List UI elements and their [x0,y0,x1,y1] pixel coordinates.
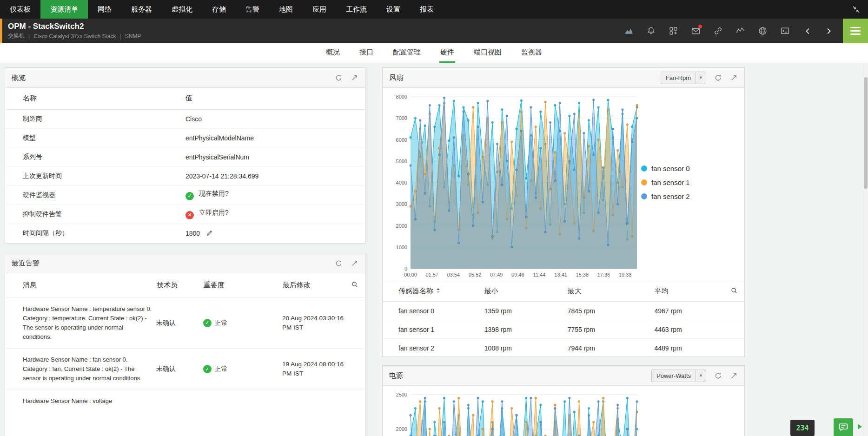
search-icon[interactable] [730,287,738,294]
nav-item-reports[interactable]: 报表 [410,0,444,19]
svg-text:4000: 4000 [396,180,407,185]
chat-button[interactable] [834,418,853,436]
device-protocol: SNMP [125,33,141,40]
chart-legend: fan sensor 0 fan sensor 1 fan sensor 2 [641,165,690,200]
exit-fullscreen-icon[interactable] [852,0,861,19]
device-subtitle: 交换机 | Cisco Catalyst 37xx Switch Stack |… [8,32,141,40]
nav-item-network[interactable]: 网络 [88,0,121,19]
enable-now-link[interactable]: 立即启用? [199,209,229,216]
link-icon[interactable] [713,26,723,36]
chevron-left-icon[interactable] [804,27,812,35]
tab-config-management[interactable]: 配置管理 [392,43,422,63]
fan-metric-select[interactable]: Fan-Rpm ▼ [661,72,706,84]
svg-text:19:33: 19:33 [619,272,632,277]
prop-value: ✓ 现在禁用? [185,185,365,205]
svg-text:17:36: 17:36 [597,272,610,277]
alarm-severity: ✓正常 [203,319,278,327]
terminal-icon[interactable] [780,26,790,36]
scrollbar-thumb[interactable] [864,77,868,189]
expand-icon[interactable] [351,74,358,82]
nav-item-workflow[interactable]: 工作流 [336,0,377,19]
legend-item[interactable]: fan sensor 2 [641,192,690,200]
chevron-right-icon[interactable] [824,27,833,35]
alarm-row: Hardware Sensor Name : temperature senso… [5,297,365,349]
sensor-name: fan sensor 1 [383,320,484,339]
disable-now-link[interactable]: 现在禁用? [199,190,229,197]
tab-port-view[interactable]: 端口视图 [473,43,503,63]
hamburger-menu-button[interactable] [843,19,868,43]
card-title: 概览 [12,73,26,82]
svg-text:2000: 2000 [396,223,407,229]
tab-overview[interactable]: 概况 [325,43,341,63]
expand-icon[interactable] [730,74,738,82]
power-metric-select[interactable]: Power-Watts ▼ [651,370,706,382]
nav-item-dashboard[interactable]: 仪表板 [0,0,40,19]
legend-item[interactable]: fan sensor 0 [641,165,690,172]
sensor-avg: 4967 rpm [654,302,729,320]
alarm-counter-widget[interactable]: 234 [790,420,815,436]
prop-name: 时间间隔（秒） [5,224,185,243]
tab-hardware[interactable]: 硬件 [439,43,455,63]
expand-icon[interactable] [351,259,358,267]
card-title: 风扇 [389,73,403,82]
sensor-avg: 4489 rpm [654,339,729,357]
prop-name: 模型 [5,128,185,147]
mail-icon[interactable] [691,26,701,36]
refresh-icon[interactable] [335,74,343,82]
table-row: fan sensor 2 1008 rpm 7944 rpm 4489 rpm [383,339,744,357]
alarm-bell-icon[interactable] [646,26,656,36]
sparkline-icon[interactable] [735,26,745,36]
prop-name: 系列号 [5,147,185,166]
legend-dot [641,193,647,199]
prop-value: ✕ 立即启用? [185,205,365,224]
tab-interfaces[interactable]: 接口 [358,43,374,63]
tab-monitors[interactable]: 监视器 [520,43,543,63]
svg-text:1000: 1000 [396,244,407,250]
nav-item-inventory[interactable]: 资源清单 [40,0,88,19]
device-type: 交换机 [8,32,25,40]
edit-icon[interactable] [206,230,213,237]
col-header-value: 值 [185,88,365,109]
nav-item-apps[interactable]: 应用 [303,0,336,19]
overview-table: 名称 值 制造商 Cisco 模型 entPhysicalModelName 系… [5,88,365,243]
prop-value: 1800 [185,224,365,243]
sort-icon[interactable] [436,287,440,293]
refresh-icon[interactable] [335,259,343,267]
device-model: Cisco Catalyst 37xx Switch Stack [33,33,116,40]
expand-icon[interactable] [730,372,738,380]
nav-item-maps[interactable]: 地图 [269,0,303,19]
accent-bar [0,19,2,43]
legend-item[interactable]: fan sensor 1 [641,178,690,186]
col-header-avg: 平均 [654,281,729,302]
nav-item-alarms[interactable]: 告警 [236,0,269,19]
svg-text:00:00: 00:00 [404,272,417,277]
col-header-sensor: 传感器名称 [398,287,433,295]
svg-text:8000: 8000 [396,94,407,99]
sensor-min: 1398 rpm [484,320,567,339]
refresh-icon[interactable] [714,372,722,380]
svg-text:11:44: 11:44 [533,272,546,277]
svg-text:01:57: 01:57 [425,272,438,277]
prop-name: 硬件监视器 [5,185,185,205]
chart-icon[interactable] [624,26,634,36]
search-icon[interactable] [351,281,358,288]
nav-item-storage[interactable]: 存储 [202,0,236,19]
card-title: 电源 [389,371,403,380]
nav-item-servers[interactable]: 服务器 [121,0,162,19]
alarms-table: 消息 技术员 重要度 最后修改 Hardware Sensor Name : t… [5,273,365,413]
refresh-icon[interactable] [714,74,722,82]
fan-chart: 01000200030004000500060007000800000:0001… [387,90,641,287]
globe-icon[interactable] [758,26,768,36]
overview-card: 概览 名称 值 制造商 Cisco 模型 entPhysicalModelNam… [5,67,365,244]
widgets-icon[interactable] [669,26,678,36]
nav-item-settings[interactable]: 设置 [377,0,410,19]
fan-card: 风扇 Fan-Rpm ▼ 010002000300040005000600070… [382,67,745,357]
card-title: 最近告警 [12,259,40,268]
nav-item-virtualization[interactable]: 虚拟化 [162,0,202,19]
sensor-name: fan sensor 0 [383,302,484,320]
slideout-arrow-icon[interactable] [858,424,862,429]
alarm-row: Hardware Sensor Name : voltage [5,390,365,413]
device-header: OPM - StackSwitch2 交换机 | Cisco Catalyst … [0,19,868,43]
header-toolbar [624,26,790,36]
table-row: 时间间隔（秒） 1800 [5,224,365,243]
